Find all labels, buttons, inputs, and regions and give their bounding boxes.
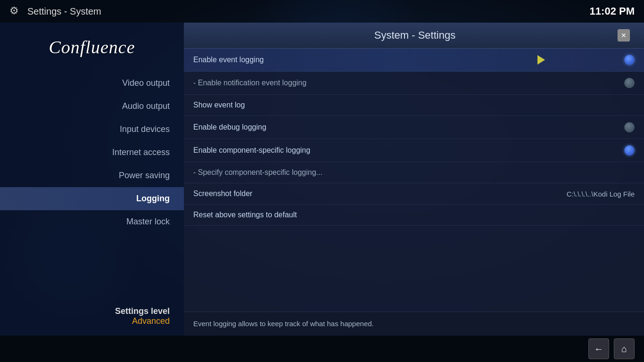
toggle-enable-notification-event-logging[interactable] (624, 78, 635, 88)
panel-title: System - Settings (212, 29, 618, 41)
setting-value-screenshot-folder: C:\.\.\.\..\Kodi Log File (567, 190, 635, 198)
setting-label: Screenshot folder (193, 189, 252, 198)
topbar: ⚙ Settings - System 11:02 PM (0, 0, 644, 23)
setting-label: Show event log (193, 101, 245, 109)
setting-label: Reset above settings to default (193, 211, 297, 219)
settings-list: Enable event logging - Enable notificati… (184, 49, 644, 312)
back-button[interactable]: ← (588, 338, 609, 359)
toggle-enable-event-logging[interactable] (624, 55, 635, 65)
topbar-left: ⚙ Settings - System (9, 5, 101, 18)
sidebar-nav: Video output Audio output Input devices … (0, 72, 184, 233)
gear-icon: ⚙ (9, 5, 23, 18)
content-panel: System - Settings ✕ Enable event logging… (184, 23, 644, 336)
sidebar-item-master-lock[interactable]: Master lock (0, 210, 184, 233)
setting-row-specify-component-specific-logging[interactable]: - Specify component-specific logging... (184, 162, 644, 183)
setting-label: - Enable notification event logging (193, 79, 306, 87)
sidebar: Confluence Video output Audio output Inp… (0, 23, 184, 336)
setting-label: - Specify component-specific logging... (193, 168, 322, 177)
toggle-enable-debug-logging[interactable] (624, 122, 635, 132)
sidebar-item-video-output[interactable]: Video output (0, 72, 184, 95)
panel-header: System - Settings ✕ (184, 23, 644, 49)
topbar-time: 11:02 PM (590, 5, 635, 17)
close-button[interactable]: ✕ (618, 29, 630, 41)
topbar-title: Settings - System (27, 6, 101, 17)
toggle-enable-component-specific-logging[interactable] (624, 145, 635, 156)
sidebar-item-audio-output[interactable]: Audio output (0, 95, 184, 118)
sidebar-item-internet-access[interactable]: Internet access (0, 141, 184, 164)
sidebar-item-input-devices[interactable]: Input devices (0, 118, 184, 141)
settings-level-label: Settings level (14, 306, 170, 316)
description-bar: Event logging allows to keep track of wh… (184, 312, 644, 336)
home-button[interactable]: ⌂ (614, 338, 635, 359)
cursor-arrow-icon (537, 55, 545, 65)
settings-level-value: Advanced (14, 316, 170, 326)
bottombar: ← ⌂ (0, 336, 644, 362)
logo-area: Confluence (0, 32, 184, 72)
description-text: Event logging allows to keep track of wh… (193, 320, 374, 328)
setting-row-show-event-log[interactable]: Show event log (184, 95, 644, 116)
logo: Confluence (49, 37, 135, 58)
setting-row-enable-debug-logging[interactable]: Enable debug logging (184, 116, 644, 139)
settings-level-area[interactable]: Settings level Advanced (0, 297, 184, 336)
setting-label: Enable event logging (193, 56, 264, 64)
setting-row-screenshot-folder[interactable]: Screenshot folder C:\.\.\.\..\Kodi Log F… (184, 183, 644, 205)
sidebar-item-logging[interactable]: Logging (0, 187, 184, 210)
setting-row-enable-component-specific-logging[interactable]: Enable component-specific logging (184, 139, 644, 162)
setting-row-enable-notification-event-logging[interactable]: - Enable notification event logging (184, 72, 644, 95)
main-container: Confluence Video output Audio output Inp… (0, 23, 644, 336)
setting-row-reset-above-settings[interactable]: Reset above settings to default (184, 205, 644, 226)
setting-label: Enable debug logging (193, 123, 266, 132)
setting-row-enable-event-logging[interactable]: Enable event logging (184, 49, 644, 72)
sidebar-item-power-saving[interactable]: Power saving (0, 164, 184, 187)
setting-label: Enable component-specific logging (193, 146, 310, 155)
